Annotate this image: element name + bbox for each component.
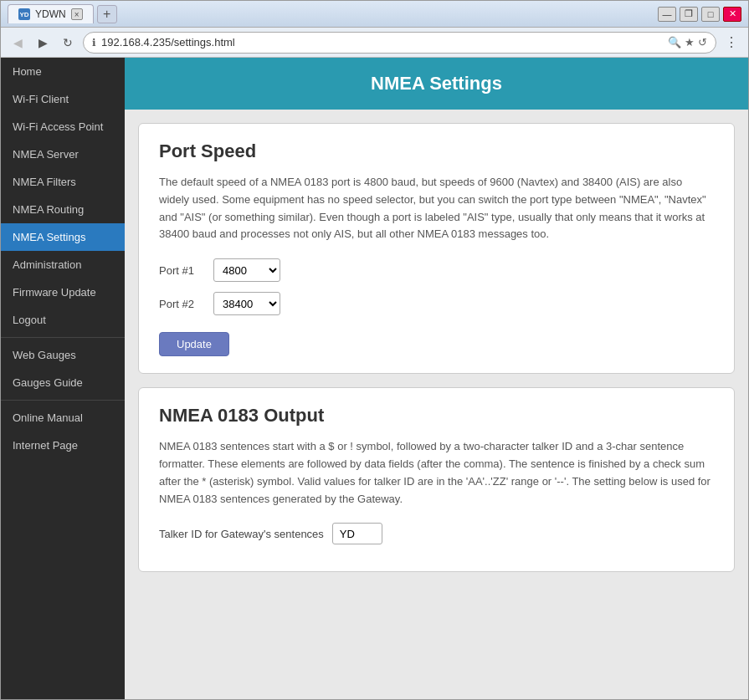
- nmea-output-title: NMEA 0183 Output: [159, 405, 714, 427]
- port-speed-description: The default speed of a NMEA 0183 port is…: [159, 174, 714, 243]
- port2-label: Port #2: [159, 298, 205, 310]
- sidebar-item-web-gauges[interactable]: Web Gauges: [1, 341, 125, 369]
- bookmark-icon[interactable]: ★: [685, 36, 695, 49]
- sidebar-item-nmea-routing[interactable]: NMEA Routing: [1, 196, 125, 223]
- forward-button[interactable]: ▶: [33, 33, 53, 53]
- address-icons: 🔍 ★ ↺: [668, 36, 707, 49]
- new-tab-button[interactable]: +: [97, 5, 117, 23]
- sidebar-divider-2: [1, 400, 125, 401]
- sidebar-item-internet-page[interactable]: Internet Page: [1, 432, 125, 459]
- content-area: Port Speed The default speed of a NMEA 0…: [125, 110, 748, 585]
- nav-bar: ◀ ▶ ↻ ℹ 192.168.4.235/settings.html 🔍 ★ …: [1, 28, 748, 58]
- sidebar-item-administration[interactable]: Administration: [1, 251, 125, 278]
- refresh-button[interactable]: ↻: [58, 33, 78, 53]
- close-button[interactable]: ✕: [723, 7, 741, 22]
- restore-button[interactable]: □: [701, 7, 720, 22]
- port-speed-title: Port Speed: [159, 141, 714, 162]
- browser-content: Home Wi-Fi Client Wi-Fi Access Point NME…: [1, 58, 748, 699]
- sidebar-item-gauges-guide[interactable]: Gauges Guide: [1, 369, 125, 396]
- main-content: NMEA Settings Port Speed The default spe…: [125, 58, 748, 699]
- profile-icon[interactable]: ↺: [698, 36, 707, 49]
- port-speed-card: Port Speed The default speed of a NMEA 0…: [138, 123, 735, 374]
- port2-select[interactable]: 4800 9600 38400: [213, 292, 280, 315]
- search-icon[interactable]: 🔍: [668, 36, 681, 49]
- sidebar-item-wifi-client[interactable]: Wi-Fi Client: [1, 85, 125, 113]
- browser-tab[interactable]: YD YDWN ×: [8, 4, 94, 23]
- window-controls: — ❐ □ ✕: [658, 7, 741, 22]
- page-header: NMEA Settings: [125, 58, 748, 110]
- browser-window: YD YDWN × + — ❐ □ ✕ ◀ ▶ ↻ ℹ 192.168.4.23…: [0, 0, 749, 700]
- browser-menu-button[interactable]: ⋮: [721, 33, 741, 52]
- back-button[interactable]: ◀: [8, 33, 28, 53]
- lock-icon: ℹ: [92, 37, 96, 49]
- sidebar-item-firmware-update[interactable]: Firmware Update: [1, 278, 125, 306]
- sidebar-divider-1: [1, 337, 125, 338]
- title-bar: YD YDWN × + — ❐ □ ✕: [1, 1, 748, 28]
- address-bar[interactable]: ℹ 192.168.4.235/settings.html 🔍 ★ ↺: [83, 32, 716, 54]
- tab-favicon: YD: [18, 8, 30, 20]
- sidebar-item-wifi-ap[interactable]: Wi-Fi Access Point: [1, 113, 125, 141]
- tab-title: YDWN: [35, 8, 66, 20]
- title-bar-left: YD YDWN × +: [8, 4, 117, 23]
- nmea-output-card: NMEA 0183 Output NMEA 0183 sentences sta…: [138, 387, 735, 572]
- port1-label: Port #1: [159, 264, 205, 277]
- sidebar-item-online-manual[interactable]: Online Manual: [1, 404, 125, 432]
- tab-close-button[interactable]: ×: [71, 8, 83, 20]
- sidebar-item-home[interactable]: Home: [1, 58, 125, 85]
- talker-id-row: Talker ID for Gateway's sentences: [159, 523, 714, 544]
- talker-id-input[interactable]: [332, 523, 382, 544]
- sidebar: Home Wi-Fi Client Wi-Fi Access Point NME…: [1, 58, 125, 699]
- talker-id-label: Talker ID for Gateway's sentences: [159, 528, 324, 540]
- port1-select[interactable]: 4800 9600 38400: [213, 258, 280, 282]
- port1-row: Port #1 4800 9600 38400: [159, 258, 714, 282]
- sidebar-item-logout[interactable]: Logout: [1, 306, 125, 334]
- sidebar-item-nmea-server[interactable]: NMEA Server: [1, 141, 125, 168]
- minimize-button[interactable]: —: [658, 7, 676, 22]
- port2-row: Port #2 4800 9600 38400: [159, 292, 714, 315]
- sidebar-item-nmea-filters[interactable]: NMEA Filters: [1, 168, 125, 196]
- nmea-output-description: NMEA 0183 sentences start with a $ or ! …: [159, 438, 714, 508]
- maximize-button[interactable]: ❐: [680, 7, 698, 22]
- sidebar-item-nmea-settings[interactable]: NMEA Settings: [1, 223, 125, 251]
- address-text: 192.168.4.235/settings.html: [101, 36, 663, 49]
- port-speed-update-button[interactable]: Update: [159, 332, 229, 356]
- page-title: NMEA Settings: [371, 73, 502, 94]
